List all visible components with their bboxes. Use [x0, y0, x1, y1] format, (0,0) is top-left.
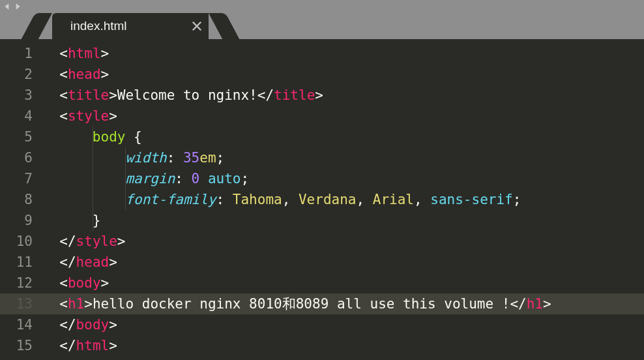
line-number: 11 — [0, 252, 33, 273]
token-punct: > — [315, 87, 323, 103]
token-punct: , — [414, 192, 430, 207]
code-line[interactable]: </style> — [43, 231, 644, 252]
token-punct: > — [109, 317, 117, 333]
token-tag: h1 — [527, 296, 543, 312]
token-tag: html — [76, 338, 110, 353]
code-line[interactable]: <title>Welcome to nginx!</title> — [43, 85, 644, 106]
code-line[interactable]: font-family: Tahoma, Verdana, Arial, san… — [43, 189, 644, 210]
code-line[interactable]: </body> — [43, 314, 644, 335]
token-val: auto — [208, 171, 241, 187]
code-line[interactable]: <h1>hello docker nginx 8010和8089 all use… — [43, 293, 644, 314]
token-punct: ; — [216, 150, 225, 166]
line-number: 3 — [0, 85, 33, 106]
token-tag: title — [68, 87, 109, 103]
nav-forward-icon[interactable] — [13, 2, 22, 11]
token-punct: ; — [513, 192, 521, 207]
token-prop: margin — [125, 171, 175, 187]
token-punct: , — [282, 192, 299, 207]
token-num: 0 — [192, 171, 200, 187]
token-kw: Tahoma — [233, 192, 282, 207]
token-punct: > — [117, 233, 126, 249]
token-tag: h1 — [68, 296, 84, 312]
token-tag: body — [68, 275, 101, 291]
toolbar — [0, 0, 644, 13]
token-prop: font-family — [125, 192, 216, 207]
token-sel: body — [93, 129, 126, 145]
token-tag: html — [68, 46, 101, 61]
code-line[interactable]: <style> — [43, 106, 644, 127]
token-punct: : — [167, 150, 183, 166]
token-text: Welcome to nginx! — [117, 87, 257, 103]
token-punct: < — [59, 108, 68, 124]
token-tag: head — [68, 67, 101, 82]
line-number: 4 — [0, 106, 33, 127]
editor: 123456789101112131415 <html> <head> <tit… — [0, 39, 644, 360]
token-punct: </ — [59, 254, 76, 270]
token-kw: Verdana — [299, 192, 357, 207]
tab-bar: index.html — [0, 13, 644, 39]
token-num: 35 — [183, 150, 199, 166]
token-punct: > — [109, 87, 117, 103]
tab-label: index.html — [70, 19, 127, 33]
token-kw: em — [199, 150, 216, 166]
line-number: 9 — [0, 210, 33, 231]
token-punct: , — [356, 192, 372, 207]
token-val: sans-serif — [430, 192, 512, 207]
line-number: 7 — [0, 168, 33, 189]
token-text: hello docker nginx 8010和8089 all use thi… — [93, 296, 510, 312]
code-area[interactable]: <html> <head> <title>Welcome to nginx!</… — [43, 39, 644, 360]
line-number: 15 — [0, 335, 33, 356]
line-number: 12 — [0, 273, 33, 293]
line-number: 14 — [0, 314, 33, 335]
token-punct: < — [59, 87, 68, 103]
token-punct: ; — [241, 171, 249, 187]
line-number: 8 — [0, 189, 33, 210]
token-punct: : — [175, 171, 191, 187]
token-kw: Arial — [373, 192, 414, 207]
token-tag: title — [274, 87, 315, 103]
line-number: 2 — [0, 64, 33, 85]
tab-index-html[interactable]: index.html — [52, 13, 209, 39]
token-punct: { — [125, 129, 141, 145]
token-punct: </ — [510, 296, 526, 312]
token-punct: > — [84, 296, 93, 312]
token-punct: < — [59, 46, 68, 61]
code-line[interactable]: } — [43, 210, 644, 231]
token-tag: head — [76, 254, 110, 270]
code-line[interactable]: <head> — [43, 64, 644, 85]
token-punct: </ — [59, 338, 76, 353]
token-punct — [199, 171, 208, 187]
code-line[interactable]: body { — [43, 127, 644, 147]
token-punct: < — [59, 67, 68, 82]
token-punct: > — [109, 338, 117, 353]
code-line[interactable]: </html> — [43, 335, 644, 356]
line-number: 1 — [0, 43, 33, 64]
line-number: 5 — [0, 127, 33, 147]
token-tag: style — [68, 108, 109, 124]
line-number: 6 — [0, 147, 33, 168]
token-punct: > — [101, 46, 110, 61]
code-line[interactable]: margin: 0 auto; — [43, 168, 644, 189]
code-line[interactable]: width: 35em; — [43, 147, 644, 168]
line-number: 10 — [0, 231, 33, 252]
nav-back-icon[interactable] — [3, 2, 12, 11]
token-punct: : — [216, 192, 233, 207]
token-punct: < — [59, 275, 68, 291]
code-line[interactable]: <body> — [43, 273, 644, 293]
token-punct: </ — [257, 87, 274, 103]
token-punct: </ — [59, 317, 76, 333]
token-punct: > — [543, 296, 551, 312]
token-tag: style — [76, 233, 117, 249]
token-tag: body — [76, 317, 110, 333]
code-line[interactable]: </head> — [43, 252, 644, 273]
token-punct: > — [109, 254, 117, 270]
token-prop: width — [125, 150, 166, 166]
token-punct: </ — [59, 233, 76, 249]
token-punct: < — [59, 296, 68, 312]
code-line[interactable]: <html> — [43, 43, 644, 64]
token-punct: } — [93, 213, 101, 228]
token-punct: > — [101, 275, 110, 291]
close-icon[interactable] — [192, 21, 202, 31]
token-punct: > — [109, 108, 117, 124]
token-punct: > — [101, 67, 110, 82]
